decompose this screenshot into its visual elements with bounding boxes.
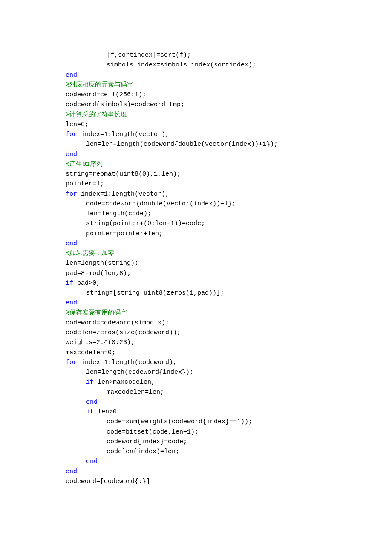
keyword: for	[66, 359, 77, 366]
code-line: string=[string uint8(zeros(1,pad))];	[66, 288, 343, 298]
code-text: pointer=pointer+len;	[86, 230, 163, 237]
code-text: len=length(codeword{index});	[86, 369, 193, 376]
code-text: len=length(string);	[66, 260, 138, 267]
code-line: pointer=pointer+len;	[66, 229, 343, 239]
code-line: %对应相应的元素与码字	[66, 80, 343, 90]
code-line: string=repmat(uint8(0),1,len);	[66, 169, 343, 179]
comment: %产生01序列	[66, 161, 103, 168]
code-text: index=1:length(vector),	[77, 191, 169, 198]
code-text: string(pointer+(0:len-1))=code;	[86, 220, 205, 227]
code-text: len=0;	[66, 121, 89, 128]
code-text: codeword=cell(256:1);	[66, 91, 146, 98]
code-text: string=repmat(uint8(0),1,len);	[66, 171, 181, 178]
code-line: for index 1:length(codeword),	[66, 358, 343, 367]
code-text: maxcodelen=0;	[66, 349, 115, 356]
keyword: for	[66, 131, 77, 138]
code-line: end	[66, 239, 343, 249]
keyword: end	[66, 240, 77, 247]
code-line: codeword=cell(256:1);	[66, 90, 343, 100]
code-text: len>0,	[94, 408, 121, 416]
code-line: code=codeword{double(vector(index))+1};	[66, 199, 343, 209]
code-text: code=sum(weights(codeword{index}==1));	[107, 418, 252, 425]
code-text: len=length(code);	[86, 210, 151, 217]
code-line: pad=8-mod(len,8);	[66, 269, 343, 278]
code-line: if len>maxcodelen,	[66, 377, 343, 387]
code-line: end	[66, 467, 343, 477]
code-line: weights=2.^(0:23);	[66, 338, 343, 347]
keyword: end	[66, 468, 77, 475]
code-line: end	[66, 298, 343, 308]
code-line: end	[66, 457, 343, 466]
code-line: codelen=zeros(size(codeword));	[66, 328, 343, 338]
code-line: string(pointer+(0:len-1))=code;	[66, 219, 343, 228]
code-line: code=sum(weights(codeword{index}==1));	[66, 417, 343, 427]
code-text: weights=2.^(0:23);	[66, 339, 135, 346]
code-line: len=length(codeword{index});	[66, 367, 343, 377]
code-block: [f,sortindex]=sort(f);simbols_index=simb…	[0, 0, 343, 486]
code-text: codelen(index)=len;	[107, 448, 179, 455]
code-line: maxcodelen=0;	[66, 348, 343, 358]
code-text: simbols_index=simbols_index(sortindex);	[107, 61, 256, 69]
code-line: codelen(index)=len;	[66, 447, 343, 457]
code-line: maxcodelen=len;	[66, 387, 343, 397]
code-text: codeword=codeword(simbols);	[66, 319, 169, 327]
code-text: codelen=zeros(size(codeword));	[66, 329, 181, 336]
keyword: end	[66, 72, 77, 79]
code-text: pad>0,	[73, 280, 100, 287]
code-text: codeword=[codeword{:}]	[66, 478, 150, 485]
code-text: len=len+length(codeword{double(vector(in…	[86, 141, 278, 148]
code-line: for index=1:length(vector),	[66, 189, 343, 199]
code-line: simbols_index=simbols_index(sortindex);	[66, 60, 343, 70]
code-text: codeword(simbols)=codeword_tmp;	[66, 101, 184, 108]
code-line: codeword(simbols)=codeword_tmp;	[66, 100, 343, 110]
code-text: index 1:length(codeword),	[77, 359, 177, 366]
code-text: len>maxcodelen,	[94, 379, 155, 386]
code-text: pad=8-mod(len,8);	[66, 270, 131, 277]
code-line: %如果需要，加零	[66, 249, 343, 258]
code-text: code=codeword{double(vector(index))+1};	[86, 200, 236, 208]
code-text: codeword{index}=code;	[107, 438, 187, 445]
comment: %对应相应的元素与码字	[66, 81, 133, 89]
code-line: if len>0,	[66, 407, 343, 417]
keyword: if	[66, 280, 73, 287]
keyword: end	[86, 458, 98, 465]
code-line: code=bitset(code,len+1);	[66, 427, 343, 437]
keyword: if	[86, 379, 94, 386]
code-text: maxcodelen=len;	[107, 389, 164, 396]
code-line: %计算总的字符串长度	[66, 110, 343, 120]
code-line: %保存实际有用的码字	[66, 308, 343, 318]
code-line: %产生01序列	[66, 159, 343, 169]
code-line: if pad>0,	[66, 278, 343, 288]
code-line: codeword=[codeword{:}]	[66, 477, 343, 486]
code-line: end	[66, 150, 343, 159]
code-text: code=bitset(code,len+1);	[107, 428, 199, 436]
comment: %计算总的字符串长度	[66, 111, 127, 119]
code-text: index=1:length(vector),	[77, 131, 169, 138]
code-text: [f,sortindex]=sort(f);	[107, 52, 191, 59]
code-line: len=0;	[66, 120, 343, 130]
keyword: for	[66, 191, 77, 198]
keyword: if	[86, 408, 94, 416]
code-line: for index=1:length(vector),	[66, 130, 343, 139]
code-line: len=length(string);	[66, 258, 343, 268]
code-line: len=len+length(codeword{double(vector(in…	[66, 139, 343, 149]
code-line: pointer=1;	[66, 179, 343, 189]
comment: %如果需要，加零	[66, 250, 114, 257]
code-line: [f,sortindex]=sort(f);	[66, 50, 343, 60]
comment: %保存实际有用的码字	[66, 309, 127, 317]
code-line: codeword=codeword(simbols);	[66, 318, 343, 328]
keyword: end	[86, 399, 98, 406]
code-line: codeword{index}=code;	[66, 437, 343, 447]
code-line: len=length(code);	[66, 209, 343, 219]
code-line: end	[66, 70, 343, 80]
code-text: string=[string uint8(zeros(1,pad))];	[86, 289, 224, 297]
keyword: end	[66, 299, 77, 306]
keyword: end	[66, 151, 77, 158]
code-line: end	[66, 397, 343, 407]
code-text: pointer=1;	[66, 180, 104, 188]
